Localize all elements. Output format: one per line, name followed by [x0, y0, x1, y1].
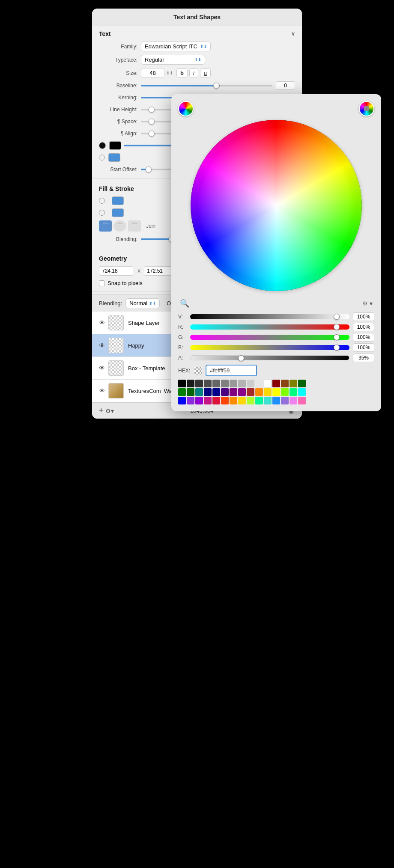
swatch-darkblue[interactable] — [212, 388, 220, 396]
swatch-blueviolet[interactable] — [187, 397, 194, 404]
swatch-orangered[interactable] — [221, 397, 229, 404]
b-slider[interactable] — [190, 345, 349, 350]
join-round-button[interactable]: ⌒ — [113, 220, 126, 232]
swatch-crimson[interactable] — [212, 397, 220, 404]
r-slider[interactable] — [190, 324, 349, 330]
size-stepper-icon[interactable]: ⬆⬇ — [166, 71, 173, 75]
swatch-black[interactable] — [178, 380, 186, 387]
swatch-1[interactable] — [187, 380, 194, 387]
italic-button[interactable]: i — [189, 68, 198, 77]
r-value[interactable]: 100% — [353, 323, 374, 331]
swatch-yellow[interactable] — [272, 388, 280, 396]
b-value[interactable]: 100% — [353, 343, 374, 352]
swatch-darkgreen[interactable] — [298, 380, 306, 387]
swatch-sienna[interactable] — [247, 388, 254, 396]
v-slider[interactable] — [190, 314, 349, 319]
text-fill-radio-filled[interactable] — [99, 142, 106, 149]
family-select[interactable]: Edwardian Script ITC ⬆⬇ — [141, 42, 211, 51]
color-square-mode-icon[interactable] — [359, 101, 374, 116]
swatch-teal[interactable] — [195, 388, 203, 396]
swatch-cyan[interactable] — [298, 388, 306, 396]
x-field[interactable] — [99, 266, 133, 276]
text-section-header[interactable]: Text ∨ — [92, 26, 302, 40]
fill-radio[interactable] — [99, 198, 105, 204]
stroke-radio[interactable] — [99, 210, 105, 216]
b-thumb — [334, 345, 340, 351]
swatch-blue[interactable] — [178, 397, 186, 404]
transparency-swatch — [194, 367, 202, 375]
bold-button[interactable]: b — [176, 68, 188, 77]
swatch-indigo[interactable] — [221, 388, 229, 396]
add-layer-button[interactable]: + — [99, 406, 104, 415]
g-slider[interactable] — [190, 335, 349, 340]
underline-button[interactable]: u — [200, 68, 211, 77]
g-thumb — [334, 334, 340, 340]
swatch-5[interactable] — [221, 380, 229, 387]
swatch-gold2[interactable] — [238, 397, 246, 404]
swatch-g2[interactable] — [187, 388, 194, 396]
text-stroke-radio[interactable] — [99, 155, 105, 161]
swatch-turquoise[interactable] — [264, 397, 272, 404]
space-label: ¶ Space: — [99, 119, 137, 125]
snap-checkbox[interactable] — [99, 280, 105, 286]
swatch-navy[interactable] — [204, 388, 212, 396]
layer-eye-icon-happy[interactable]: 👁 — [99, 342, 105, 349]
swatch-purple[interactable] — [230, 388, 237, 396]
swatch-9[interactable] — [255, 380, 263, 387]
color-wheel[interactable] — [191, 120, 362, 291]
baseline-value[interactable]: 0 — [276, 81, 295, 90]
blend-mode-select[interactable]: Normal ⬆⬇ — [125, 298, 160, 308]
swatch-chartreuse[interactable] — [281, 388, 289, 396]
gear-menu-button[interactable]: ⚙▾ — [105, 407, 114, 414]
join-bevel-button[interactable]: ⌒ — [128, 220, 141, 232]
swatch-6[interactable] — [230, 380, 237, 387]
color-wheel-mode-icon[interactable] — [178, 101, 194, 116]
layer-eye-icon[interactable]: 👁 — [99, 319, 105, 326]
swatch-3[interactable] — [204, 380, 212, 387]
swatch-greenyellow[interactable] — [247, 397, 254, 404]
swatch-medspringgreen[interactable] — [255, 397, 263, 404]
text-chevron-icon[interactable]: ∨ — [291, 31, 295, 37]
stroke-color-swatch[interactable] — [112, 208, 124, 217]
text-stroke-swatch[interactable] — [108, 153, 120, 162]
swatch-hotpink[interactable] — [298, 397, 306, 404]
layer-eye-icon-box[interactable]: 👁 — [99, 365, 105, 372]
a-value[interactable]: 35% — [353, 354, 374, 362]
swatch-orange[interactable] — [255, 388, 263, 396]
text-color-swatch[interactable] — [109, 141, 121, 150]
baseline-slider[interactable] — [141, 85, 272, 86]
picker-settings-button[interactable]: ⚙ ▾ — [362, 300, 373, 307]
swatch-brown[interactable] — [281, 380, 289, 387]
swatch-violet[interactable] — [290, 397, 297, 404]
fill-color-swatch[interactable] — [112, 196, 124, 205]
swatch-8[interactable] — [247, 380, 254, 387]
swatch-white[interactable] — [264, 380, 272, 387]
hex-input[interactable] — [206, 365, 257, 376]
swatch-mediumpurple[interactable] — [281, 397, 289, 404]
size-input[interactable]: 48 — [141, 68, 164, 78]
swatch-green[interactable] — [178, 388, 186, 396]
a-slider[interactable] — [190, 355, 349, 360]
join-miter-button[interactable]: ⌒ — [99, 220, 112, 232]
swatch-darkviolet[interactable] — [195, 397, 203, 404]
swatch-mediumvioletred[interactable] — [204, 397, 212, 404]
lineheight-label: Line Height: — [99, 107, 137, 113]
r-thumb — [334, 324, 340, 330]
swatch-gold[interactable] — [264, 388, 272, 396]
swatch-springgreen[interactable] — [290, 388, 297, 396]
color-wheel-area[interactable] — [178, 120, 374, 291]
swatch-2[interactable] — [195, 380, 203, 387]
typeface-select[interactable]: Regular ⬆⬇ — [141, 55, 205, 65]
swatch-darkorange[interactable] — [230, 397, 237, 404]
a-label: A: — [178, 355, 187, 361]
swatch-7[interactable] — [238, 380, 246, 387]
swatch-olive[interactable] — [290, 380, 297, 387]
v-value[interactable]: 100% — [353, 312, 374, 321]
layer-eye-icon-texture[interactable]: 👁 — [99, 387, 105, 394]
swatch-darkred[interactable] — [272, 380, 280, 387]
eyedropper-button[interactable]: 🔍 — [180, 299, 189, 308]
swatch-darkmagenta[interactable] — [238, 388, 246, 396]
g-value[interactable]: 100% — [353, 333, 374, 342]
swatch-4[interactable] — [212, 380, 220, 387]
swatch-dodgerblue[interactable] — [272, 397, 280, 404]
